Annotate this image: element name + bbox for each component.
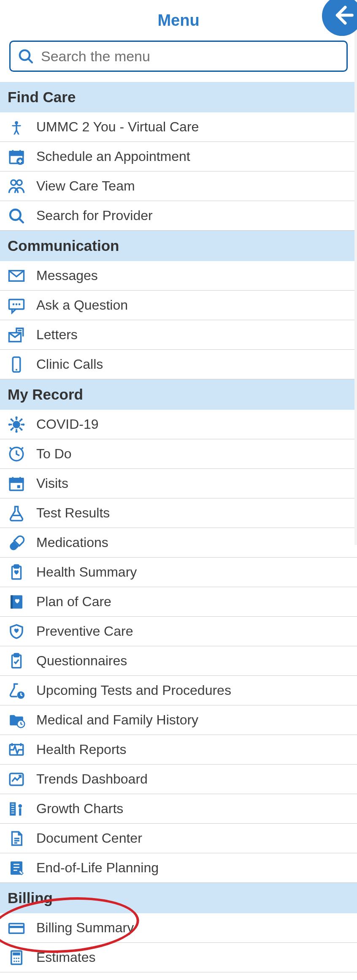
svg-point-33 — [15, 430, 17, 433]
clipboard-heart-icon — [8, 564, 25, 581]
search-icon — [8, 207, 25, 225]
trend-icon — [8, 770, 25, 788]
menu-item-label: Document Center — [36, 830, 142, 846]
menu-item-label: Upcoming Tests and Procedures — [36, 683, 231, 698]
menu-item[interactable]: Health Reports — [0, 735, 357, 765]
envelope-icon — [8, 267, 25, 285]
menu-item[interactable]: Billing Summary — [0, 913, 357, 943]
svg-point-77 — [14, 961, 15, 962]
growth-chart-icon — [8, 800, 25, 818]
header-bar: Menu — [0, 0, 357, 41]
svg-point-39 — [21, 418, 23, 420]
menu-item[interactable]: Questionnaires — [0, 646, 357, 676]
letter-icon — [8, 326, 25, 344]
menu-item-label: Schedule an Appointment — [36, 149, 190, 164]
menu-item[interactable]: COVID-19 — [0, 410, 357, 439]
section-title: Find Care — [8, 89, 76, 105]
svg-point-23 — [13, 421, 20, 428]
folder-clock-icon — [8, 711, 25, 729]
menu-item-label: Estimates — [36, 950, 95, 965]
menu-item[interactable]: Test Results — [0, 498, 357, 528]
calendar-plus-icon — [8, 148, 25, 166]
svg-point-3 — [15, 121, 18, 124]
svg-point-74 — [14, 958, 15, 959]
shield-heart-icon — [8, 623, 25, 640]
svg-point-34 — [8, 423, 11, 425]
clock-check-icon — [8, 445, 25, 463]
calendar-dot-icon — [8, 475, 25, 493]
menu-item-label: To Do — [36, 446, 72, 462]
svg-rect-49 — [11, 595, 13, 609]
section-title: Communication — [8, 237, 119, 254]
svg-rect-6 — [10, 151, 23, 155]
menu-item[interactable]: Clinic Calls — [0, 350, 357, 379]
menu-item[interactable]: Medications — [0, 528, 357, 558]
svg-point-17 — [16, 303, 18, 305]
svg-rect-45 — [17, 485, 20, 488]
menu-item[interactable]: Preventive Care — [0, 617, 357, 646]
menu-page: Menu Find CareUMMC 2 You - Virtual CareS… — [0, 0, 357, 972]
menu-item[interactable]: End-of-Life Planning — [0, 853, 357, 883]
menu-item-label: Visits — [36, 476, 68, 491]
document-icon — [8, 830, 25, 847]
menu-item[interactable]: Health Summary — [0, 558, 357, 587]
menu-item[interactable]: Growth Charts — [0, 794, 357, 824]
menu-item[interactable]: Ask a Question — [0, 291, 357, 320]
pill-icon — [8, 534, 25, 552]
menu-item[interactable]: Estimates — [0, 943, 357, 972]
svg-point-37 — [21, 428, 23, 430]
search-box[interactable] — [9, 41, 348, 72]
person-star-icon — [8, 118, 25, 136]
menu-item-label: Preventive Care — [36, 623, 133, 639]
svg-line-2 — [28, 59, 32, 63]
svg-rect-51 — [14, 653, 19, 656]
section-header: Billing — [0, 883, 357, 913]
menu-item[interactable]: UMMC 2 You - Virtual Care — [0, 112, 357, 142]
menu-item[interactable]: Document Center — [0, 824, 357, 853]
svg-line-13 — [19, 218, 23, 223]
svg-rect-71 — [9, 926, 24, 928]
menu-item-label: Test Results — [36, 505, 110, 521]
menu-item[interactable]: Upcoming Tests and Procedures — [0, 676, 357, 705]
svg-point-64 — [18, 804, 22, 808]
menu-item[interactable]: View Care Team — [0, 172, 357, 201]
svg-point-38 — [10, 428, 12, 430]
menu-item[interactable]: Medical and Family History — [0, 705, 357, 735]
svg-point-16 — [13, 303, 15, 305]
svg-rect-70 — [9, 923, 24, 933]
svg-rect-62 — [11, 810, 14, 811]
search-input[interactable] — [41, 48, 340, 65]
menu-item[interactable]: Letters — [0, 320, 357, 350]
menu-item-label: Clinic Calls — [36, 357, 103, 372]
section-title: Billing — [8, 890, 53, 906]
flask-icon — [8, 504, 25, 522]
section-header: Communication — [0, 231, 357, 261]
menu-item[interactable]: Search for Provider — [0, 201, 357, 231]
menu-item[interactable]: Messages — [0, 261, 357, 291]
section-header: My Record — [0, 379, 357, 410]
scrollbar-track — [354, 0, 357, 545]
back-button[interactable] — [322, 0, 357, 36]
menu-item-label: Health Reports — [36, 742, 126, 757]
search-icon — [17, 48, 34, 65]
flask-clock-icon — [8, 682, 25, 700]
section-title: My Record — [8, 386, 83, 403]
virus-icon — [8, 416, 25, 433]
menu-item[interactable]: Plan of Care — [0, 587, 357, 617]
svg-point-76 — [18, 958, 20, 959]
menu-item[interactable]: To Do — [0, 439, 357, 469]
clipboard-check-icon — [8, 652, 25, 670]
page-title: Menu — [157, 11, 199, 30]
menu-item-label: Messages — [36, 268, 98, 283]
menu-item[interactable]: Visits — [0, 469, 357, 498]
svg-point-10 — [11, 180, 16, 185]
svg-rect-59 — [11, 803, 14, 804]
menu-item-label: Ask a Question — [36, 297, 128, 313]
credit-card-icon — [8, 919, 25, 937]
menu-item-label: UMMC 2 You - Virtual Care — [36, 119, 199, 135]
section-header: Find Care — [0, 82, 357, 112]
heartbeat-icon — [8, 741, 25, 759]
menu-item[interactable]: Trends Dashboard — [0, 765, 357, 794]
search-container — [0, 41, 357, 82]
menu-item[interactable]: Schedule an Appointment — [0, 142, 357, 172]
